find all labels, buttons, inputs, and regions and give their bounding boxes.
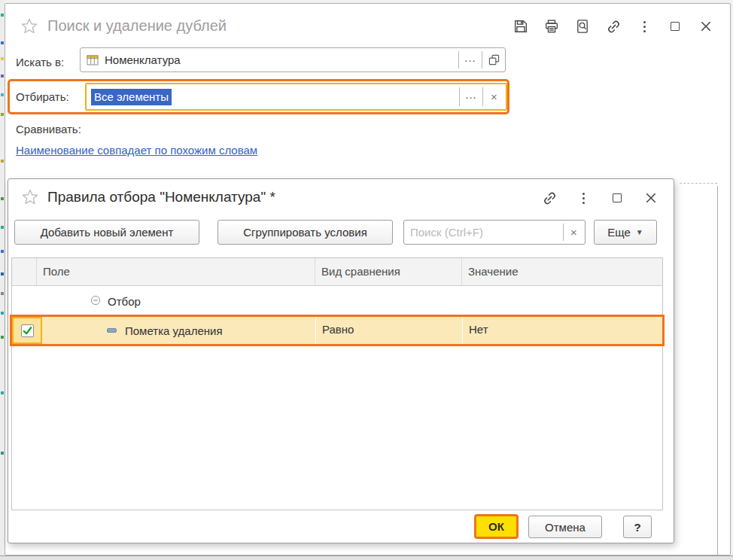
search-in-ellipsis-button[interactable]: ...	[459, 48, 482, 72]
ok-button[interactable]: ОК	[474, 514, 519, 539]
row-field-cell[interactable]: Пометка удаления	[42, 317, 315, 344]
close-icon[interactable]	[698, 19, 713, 34]
row-checkbox[interactable]	[21, 324, 34, 337]
more-button[interactable]: Еще▼	[594, 220, 657, 245]
search-in-value: Номенклатура	[105, 53, 458, 66]
group-conditions-button[interactable]: Сгруппировать условия	[217, 220, 393, 245]
row-value-cell[interactable]: Нет	[462, 317, 662, 344]
print-icon[interactable]	[544, 19, 559, 34]
condition-item-icon	[107, 328, 117, 333]
catalog-table-icon	[87, 54, 99, 66]
table-row-selected[interactable]: Пометка удаления Равно Нет	[12, 317, 662, 344]
search-box: ×	[403, 220, 585, 245]
search-in-field[interactable]: Номенклатура ...	[80, 47, 506, 72]
filter-field[interactable]: Все элементы ... ×	[85, 83, 507, 111]
compare-rule-link[interactable]: Наименование совпадает по похожим словам	[16, 144, 257, 157]
row-comparison-cell[interactable]: Равно	[315, 317, 462, 344]
dialog-title: Правила отбора "Номенклатура" *	[47, 189, 275, 205]
collapse-icon[interactable]	[90, 295, 101, 308]
search-clear-button[interactable]: ×	[564, 221, 585, 244]
header-checkbox-column	[12, 258, 37, 285]
table-header: Поле Вид сравнения Значение	[12, 258, 662, 286]
more-menu-icon[interactable]	[637, 19, 652, 34]
dialog-link-icon[interactable]	[542, 190, 557, 205]
caret-down-icon: ▼	[636, 228, 643, 236]
search-input[interactable]	[404, 226, 563, 239]
preview-icon[interactable]	[575, 19, 590, 34]
window-title: Поиск и удаление дублей	[47, 17, 227, 35]
selection-rules-dialog: Правила отбора "Номенклатура" * Добавить…	[8, 178, 674, 543]
filter-ellipsis-button[interactable]: ...	[460, 84, 482, 109]
header-comparison[interactable]: Вид сравнения	[315, 258, 462, 285]
row-checkbox-cell	[12, 317, 42, 344]
group-row-otbor[interactable]: Отбор	[12, 286, 662, 317]
dialog-favorite-star-icon[interactable]	[21, 188, 39, 208]
window-bottom-edge	[0, 555, 733, 560]
header-field[interactable]: Поле	[37, 258, 315, 285]
dialog-more-menu-icon[interactable]	[576, 190, 591, 205]
filter-clear-button[interactable]: ×	[483, 84, 506, 109]
favorite-star-icon[interactable]	[20, 17, 38, 38]
dialog-close-icon[interactable]	[643, 190, 658, 205]
add-element-button[interactable]: Добавить новый элемент	[14, 220, 199, 245]
conditions-table: Поле Вид сравнения Значение Отбор	[11, 257, 663, 510]
search-in-label: Искать в:	[16, 54, 64, 71]
header-value[interactable]: Значение	[462, 258, 662, 285]
dialog-maximize-icon[interactable]	[610, 190, 625, 205]
maximize-icon[interactable]	[668, 19, 683, 34]
filter-value-selected-text: Все элементы	[91, 89, 172, 105]
help-button[interactable]: ?	[623, 516, 652, 538]
link-icon[interactable]	[606, 19, 621, 34]
open-in-window-icon[interactable]	[482, 48, 505, 72]
panel-dashed-border	[680, 183, 717, 184]
filter-label: Отбирать:	[16, 89, 69, 105]
cancel-button[interactable]: Отмена	[528, 516, 602, 538]
save-icon[interactable]	[513, 19, 528, 34]
panel-right-border	[717, 186, 718, 559]
compare-label: Сравнивать:	[16, 121, 81, 138]
screenshot-canvas: Поиск и удаление дублей Искать в:	[0, 0, 733, 560]
